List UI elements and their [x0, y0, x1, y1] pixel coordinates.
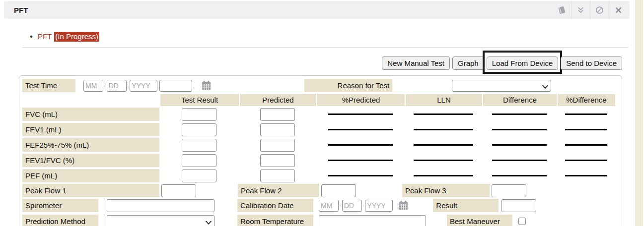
lln-empty-dash	[414, 160, 473, 161]
column-header: Predicted	[240, 94, 316, 106]
prediction-method-select-control[interactable]	[107, 215, 215, 226]
metric-label: PEF (mL)	[22, 169, 159, 182]
metric-label: FEV1 (mL)	[22, 123, 159, 136]
difference-empty-dash	[492, 175, 547, 176]
best-maneuver-label: Best Maneuver	[447, 215, 512, 226]
test-result-input[interactable]	[182, 170, 216, 182]
test-date-month-input[interactable]	[83, 80, 103, 92]
metrics-table: FVC (mL) FEV1 (mL) FEF25%-75% (mL)	[22, 107, 619, 183]
peak-flow-2-input[interactable]	[321, 184, 356, 197]
room-temperature-input[interactable]	[319, 215, 426, 226]
lln-empty-dash	[414, 129, 473, 130]
test-result-input[interactable]	[182, 108, 216, 121]
test-result-input[interactable]	[182, 139, 216, 152]
difference-empty-dash	[492, 160, 547, 161]
test-time-label: Test Time	[22, 79, 75, 92]
date-separator: -	[339, 202, 342, 210]
collapse-icon[interactable]	[571, 1, 590, 19]
prediction-row: Prediction Method Room Temperature Best …	[22, 215, 619, 226]
test-date-day-input[interactable]	[107, 80, 127, 92]
cancel-icon[interactable]	[590, 1, 609, 19]
metric-label: FVC (mL)	[22, 108, 159, 121]
best-maneuver-checkbox[interactable]	[518, 218, 526, 225]
annotation-highlight-box: Load From Device	[483, 51, 563, 74]
difference-empty-dash	[492, 113, 547, 115]
result-input[interactable]	[501, 199, 536, 212]
right-edge-stripe	[635, 0, 643, 226]
calibration-month-input[interactable]	[319, 200, 339, 212]
percent-difference-empty-dash	[565, 113, 607, 115]
pft-form-panel: Test Time - - Rea	[19, 75, 622, 226]
peak-flow-row: Peak Flow 1 Peak Flow 2 Peak Flow 3	[22, 184, 619, 197]
test-date-group: - -	[83, 80, 157, 92]
status-badge: (In Progress)	[54, 32, 99, 42]
spirometer-label: Spirometer	[22, 199, 98, 212]
peak-flow-2-label: Peak Flow 2	[238, 184, 319, 197]
pft-page: PFT	[0, 0, 644, 226]
reason-for-test-select-control[interactable]	[452, 80, 551, 92]
actions-row: New Manual Test Graph Load From Device S…	[0, 52, 622, 74]
date-separator: -	[104, 82, 106, 90]
metric-row: FEV1/FVC (%)	[22, 153, 619, 168]
send-to-device-button[interactable]: Send to Device	[561, 56, 622, 70]
date-separator: -	[127, 82, 130, 90]
date-separator: -	[362, 202, 365, 210]
test-date-year-input[interactable]	[130, 80, 157, 92]
status-line: • PFT (In Progress)	[30, 32, 644, 42]
test-time-row: Test Time - - Rea	[22, 79, 619, 92]
predicted-input[interactable]	[260, 139, 295, 152]
calibration-year-input[interactable]	[365, 200, 393, 212]
new-manual-test-button[interactable]: New Manual Test	[382, 56, 450, 70]
page-title: PFT	[4, 6, 552, 14]
metric-row: FEV1 (mL)	[22, 122, 619, 137]
panel-header: PFT	[4, 1, 630, 19]
lln-empty-dash	[414, 175, 473, 176]
metric-row: PEF (mL)	[22, 169, 619, 183]
lln-empty-dash	[414, 113, 473, 115]
book-icon[interactable]	[552, 1, 571, 19]
calendar-icon[interactable]	[398, 200, 409, 211]
predicted-input[interactable]	[260, 154, 295, 167]
load-from-device-button[interactable]: Load From Device	[487, 56, 559, 70]
calibration-day-input[interactable]	[342, 200, 362, 212]
pft-link[interactable]: PFT	[38, 32, 52, 42]
percent-difference-empty-dash	[565, 129, 607, 130]
peak-flow-1-label: Peak Flow 1	[22, 184, 159, 197]
difference-empty-dash	[492, 144, 547, 146]
divider	[22, 47, 628, 48]
predicted-input[interactable]	[260, 123, 295, 136]
test-result-input[interactable]	[182, 154, 216, 167]
test-result-input[interactable]	[182, 123, 216, 136]
percent-predicted-empty-dash	[328, 160, 393, 161]
column-header: %Predicted	[317, 94, 405, 106]
reason-for-test-label: Reason for Test	[304, 79, 392, 92]
calendar-icon[interactable]	[201, 80, 212, 91]
difference-empty-dash	[492, 129, 547, 130]
metric-row: FEF25%-75% (mL)	[22, 138, 619, 152]
column-header: %Difference	[558, 94, 615, 106]
calibration-date-label: Calibration Date	[237, 199, 313, 212]
prediction-method-select[interactable]	[107, 215, 215, 226]
spirometer-input[interactable]	[107, 199, 215, 212]
metric-label: FEF25%-75% (mL)	[22, 138, 159, 152]
percent-predicted-empty-dash	[328, 144, 393, 146]
graph-button[interactable]: Graph	[452, 56, 484, 70]
column-header: Test Result	[160, 94, 239, 106]
percent-difference-empty-dash	[565, 144, 607, 146]
column-header-row: Test Result Predicted %Predicted LLN Dif…	[22, 94, 619, 106]
peak-flow-3-input[interactable]	[492, 184, 526, 197]
column-header: Difference	[483, 94, 557, 106]
calibration-date-group: - -	[319, 200, 393, 212]
reason-for-test-select[interactable]	[452, 80, 551, 92]
peak-flow-1-input[interactable]	[161, 184, 196, 197]
metric-label: FEV1/FVC (%)	[22, 154, 159, 167]
panel-header-actions	[552, 1, 630, 19]
prediction-method-label: Prediction Method	[22, 215, 98, 226]
predicted-input[interactable]	[260, 170, 295, 182]
percent-difference-empty-dash	[565, 160, 607, 161]
lln-empty-dash	[414, 144, 473, 146]
test-time-input[interactable]	[159, 80, 192, 92]
result-label: Result	[433, 199, 499, 212]
predicted-input[interactable]	[260, 108, 295, 121]
close-icon[interactable]	[609, 1, 628, 19]
